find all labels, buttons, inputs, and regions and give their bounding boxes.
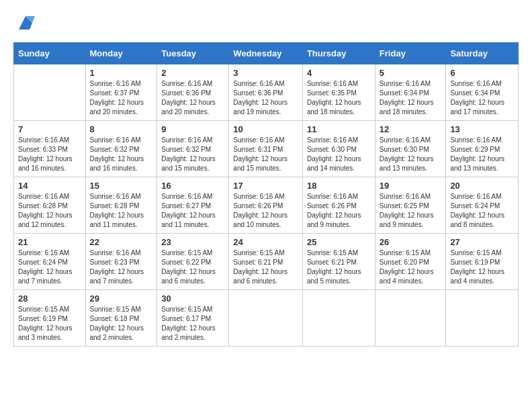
calendar-cell: 7Sunrise: 6:16 AM Sunset: 6:33 PM Daylig…	[14, 121, 86, 177]
day-info: Sunrise: 6:16 AM Sunset: 6:26 PM Dayligh…	[307, 192, 371, 230]
day-number: 2	[161, 68, 224, 78]
calendar-cell: 20Sunrise: 6:16 AM Sunset: 6:24 PM Dayli…	[446, 177, 519, 234]
day-info: Sunrise: 6:16 AM Sunset: 6:28 PM Dayligh…	[90, 192, 153, 230]
day-number: 8	[90, 124, 153, 134]
day-info: Sunrise: 6:16 AM Sunset: 6:35 PM Dayligh…	[307, 79, 371, 117]
day-info: Sunrise: 6:16 AM Sunset: 6:26 PM Dayligh…	[233, 192, 298, 230]
calendar-week-4: 21Sunrise: 6:16 AM Sunset: 6:24 PM Dayli…	[14, 234, 519, 290]
calendar-cell: 9Sunrise: 6:16 AM Sunset: 6:32 PM Daylig…	[157, 121, 229, 177]
page-header	[13, 13, 519, 36]
calendar-cell: 12Sunrise: 6:16 AM Sunset: 6:30 PM Dayli…	[375, 121, 446, 177]
calendar-cell: 27Sunrise: 6:15 AM Sunset: 6:19 PM Dayli…	[446, 234, 519, 290]
day-number: 11	[307, 124, 371, 134]
header-wednesday: Wednesday	[229, 43, 303, 64]
calendar-cell	[375, 290, 446, 347]
day-info: Sunrise: 6:15 AM Sunset: 6:21 PM Dayligh…	[233, 248, 298, 286]
calendar-cell: 5Sunrise: 6:16 AM Sunset: 6:34 PM Daylig…	[375, 64, 446, 121]
day-info: Sunrise: 6:16 AM Sunset: 6:24 PM Dayligh…	[450, 192, 514, 230]
calendar-week-5: 28Sunrise: 6:15 AM Sunset: 6:19 PM Dayli…	[14, 290, 519, 347]
day-number: 28	[18, 293, 81, 304]
day-info: Sunrise: 6:16 AM Sunset: 6:24 PM Dayligh…	[18, 248, 81, 286]
calendar-cell: 19Sunrise: 6:16 AM Sunset: 6:25 PM Dayli…	[375, 177, 446, 234]
calendar-cell: 30Sunrise: 6:15 AM Sunset: 6:17 PM Dayli…	[157, 290, 229, 347]
day-number: 21	[18, 237, 81, 247]
day-number: 12	[380, 124, 442, 134]
calendar-cell: 15Sunrise: 6:16 AM Sunset: 6:28 PM Dayli…	[85, 177, 157, 234]
calendar-cell: 17Sunrise: 6:16 AM Sunset: 6:26 PM Dayli…	[229, 177, 303, 234]
day-number: 6	[450, 68, 514, 78]
calendar-cell	[446, 290, 519, 347]
day-number: 22	[90, 237, 153, 247]
calendar-table: SundayMondayTuesdayWednesdayThursdayFrid…	[13, 42, 519, 347]
header-monday: Monday	[85, 43, 157, 64]
day-number: 3	[233, 68, 298, 78]
calendar-cell: 29Sunrise: 6:15 AM Sunset: 6:18 PM Dayli…	[85, 290, 157, 347]
calendar-cell: 10Sunrise: 6:16 AM Sunset: 6:31 PM Dayli…	[229, 121, 303, 177]
day-info: Sunrise: 6:16 AM Sunset: 6:34 PM Dayligh…	[380, 79, 442, 117]
calendar-week-2: 7Sunrise: 6:16 AM Sunset: 6:33 PM Daylig…	[14, 121, 519, 177]
day-info: Sunrise: 6:16 AM Sunset: 6:23 PM Dayligh…	[90, 248, 153, 286]
day-number: 19	[380, 181, 442, 191]
day-number: 14	[18, 181, 81, 191]
day-number: 4	[307, 68, 371, 78]
day-number: 26	[380, 237, 442, 247]
calendar-cell: 2Sunrise: 6:16 AM Sunset: 6:36 PM Daylig…	[157, 64, 229, 121]
day-info: Sunrise: 6:15 AM Sunset: 6:22 PM Dayligh…	[161, 248, 224, 286]
header-friday: Friday	[375, 43, 446, 64]
day-info: Sunrise: 6:16 AM Sunset: 6:32 PM Dayligh…	[90, 136, 153, 173]
calendar-cell	[14, 64, 86, 121]
day-number: 29	[90, 293, 153, 304]
logo-text	[13, 13, 35, 36]
day-info: Sunrise: 6:16 AM Sunset: 6:30 PM Dayligh…	[307, 136, 371, 173]
day-info: Sunrise: 6:15 AM Sunset: 6:20 PM Dayligh…	[380, 248, 442, 286]
logo-icon	[16, 13, 35, 32]
calendar-cell: 22Sunrise: 6:16 AM Sunset: 6:23 PM Dayli…	[85, 234, 157, 290]
header-tuesday: Tuesday	[157, 43, 229, 64]
day-number: 20	[450, 181, 514, 191]
day-info: Sunrise: 6:15 AM Sunset: 6:19 PM Dayligh…	[450, 248, 514, 286]
day-number: 9	[161, 124, 224, 134]
day-number: 30	[161, 293, 224, 304]
calendar-cell: 24Sunrise: 6:15 AM Sunset: 6:21 PM Dayli…	[229, 234, 303, 290]
day-info: Sunrise: 6:16 AM Sunset: 6:31 PM Dayligh…	[233, 136, 298, 173]
day-number: 23	[161, 237, 224, 247]
day-number: 10	[233, 124, 298, 134]
calendar-cell: 13Sunrise: 6:16 AM Sunset: 6:29 PM Dayli…	[446, 121, 519, 177]
calendar-cell	[229, 290, 303, 347]
day-number: 1	[90, 68, 153, 78]
calendar-cell	[302, 290, 375, 347]
header-saturday: Saturday	[446, 43, 519, 64]
day-number: 27	[450, 237, 514, 247]
day-number: 25	[307, 237, 371, 247]
calendar-week-1: 1Sunrise: 6:16 AM Sunset: 6:37 PM Daylig…	[14, 64, 519, 121]
calendar-week-3: 14Sunrise: 6:16 AM Sunset: 6:28 PM Dayli…	[14, 177, 519, 234]
calendar-cell: 16Sunrise: 6:16 AM Sunset: 6:27 PM Dayli…	[157, 177, 229, 234]
day-info: Sunrise: 6:15 AM Sunset: 6:18 PM Dayligh…	[90, 305, 153, 342]
day-number: 5	[380, 68, 442, 78]
calendar-cell: 28Sunrise: 6:15 AM Sunset: 6:19 PM Dayli…	[14, 290, 86, 347]
day-info: Sunrise: 6:16 AM Sunset: 6:36 PM Dayligh…	[233, 79, 298, 117]
calendar-cell: 4Sunrise: 6:16 AM Sunset: 6:35 PM Daylig…	[302, 64, 375, 121]
logo	[13, 13, 35, 36]
day-info: Sunrise: 6:16 AM Sunset: 6:28 PM Dayligh…	[18, 192, 81, 230]
day-number: 24	[233, 237, 298, 247]
day-number: 18	[307, 181, 371, 191]
day-number: 17	[233, 181, 298, 191]
calendar-cell: 11Sunrise: 6:16 AM Sunset: 6:30 PM Dayli…	[302, 121, 375, 177]
calendar-cell: 6Sunrise: 6:16 AM Sunset: 6:34 PM Daylig…	[446, 64, 519, 121]
day-info: Sunrise: 6:16 AM Sunset: 6:36 PM Dayligh…	[161, 79, 224, 117]
calendar-cell: 18Sunrise: 6:16 AM Sunset: 6:26 PM Dayli…	[302, 177, 375, 234]
calendar-cell: 21Sunrise: 6:16 AM Sunset: 6:24 PM Dayli…	[14, 234, 86, 290]
calendar-cell: 26Sunrise: 6:15 AM Sunset: 6:20 PM Dayli…	[375, 234, 446, 290]
day-info: Sunrise: 6:16 AM Sunset: 6:30 PM Dayligh…	[380, 136, 442, 173]
day-number: 15	[90, 181, 153, 191]
day-info: Sunrise: 6:16 AM Sunset: 6:32 PM Dayligh…	[161, 136, 224, 173]
calendar-cell: 8Sunrise: 6:16 AM Sunset: 6:32 PM Daylig…	[85, 121, 157, 177]
day-number: 7	[18, 124, 81, 134]
calendar-cell: 23Sunrise: 6:15 AM Sunset: 6:22 PM Dayli…	[157, 234, 229, 290]
header-sunday: Sunday	[14, 43, 86, 64]
day-info: Sunrise: 6:15 AM Sunset: 6:17 PM Dayligh…	[161, 305, 224, 342]
day-info: Sunrise: 6:16 AM Sunset: 6:34 PM Dayligh…	[450, 79, 514, 117]
day-number: 16	[161, 181, 224, 191]
day-info: Sunrise: 6:16 AM Sunset: 6:37 PM Dayligh…	[90, 79, 153, 117]
